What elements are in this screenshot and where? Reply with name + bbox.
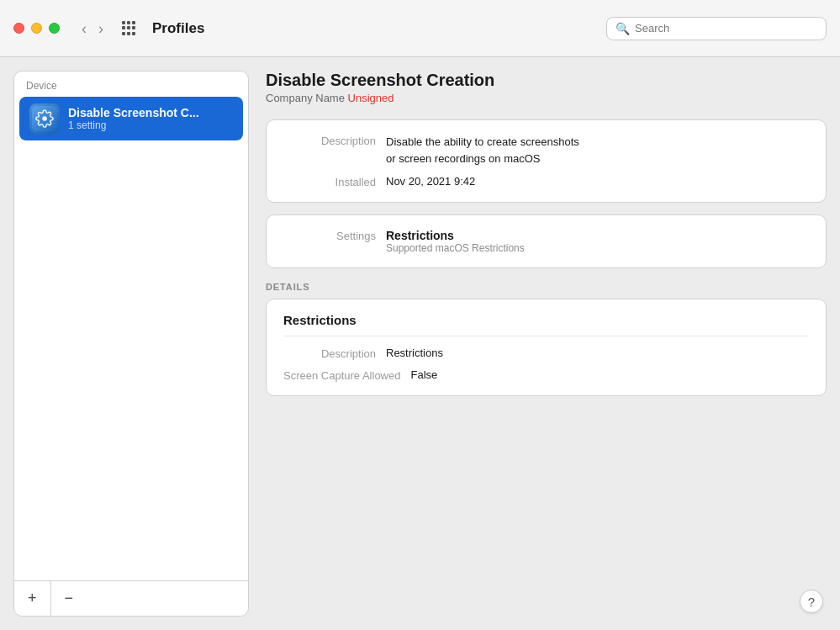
detail-panel: Disable Screenshot Creation Company Name… [249, 71, 827, 617]
details-screencapture-row: Screen Capture Allowed False [283, 368, 809, 382]
page-title: Profiles [152, 20, 596, 37]
search-icon: 🔍 [615, 22, 630, 35]
sidebar-item-name: Disable Screenshot C... [68, 106, 233, 119]
sidebar-item-text: Disable Screenshot C... 1 setting [68, 106, 233, 131]
search-box: 🔍 [606, 17, 827, 40]
back-button[interactable]: ‹ [78, 19, 90, 38]
settings-label: Settings [283, 229, 376, 242]
minimize-button[interactable] [31, 23, 42, 34]
settings-row: Settings Restrictions Supported macOS Re… [283, 229, 809, 254]
profile-icon [29, 103, 60, 134]
description-line1: Disable the ability to create screenshot… [386, 135, 579, 148]
detail-header: Disable Screenshot Creation Company Name… [266, 71, 827, 108]
titlebar: ‹ › Profiles 🔍 [0, 0, 840, 57]
nav-buttons: ‹ › [78, 19, 107, 38]
main-content: Device Disable Screenshot C... 1 setting… [0, 57, 840, 630]
sidebar: Device Disable Screenshot C... 1 setting… [13, 71, 249, 617]
close-button[interactable] [13, 23, 24, 34]
traffic-lights [13, 23, 60, 34]
details-header: DETAILS [266, 282, 827, 292]
installed-value: Nov 20, 2021 9:42 [386, 175, 809, 188]
help-button[interactable]: ? [800, 590, 823, 613]
settings-secondary: Supported macOS Restrictions [386, 242, 809, 254]
details-inner-card: Restrictions Description Restrictions Sc… [266, 299, 827, 396]
description-line2: or screen recordings on macOS [386, 152, 541, 165]
sidebar-section-label: Device [14, 71, 248, 97]
description-value: Disable the ability to create screenshot… [386, 134, 809, 167]
forward-button[interactable]: › [95, 19, 107, 38]
info-card: Description Disable the ability to creat… [266, 119, 827, 203]
add-profile-button[interactable]: + [14, 581, 50, 616]
gear-icon [32, 106, 57, 131]
company-value: Unsigned [348, 92, 394, 104]
company-label: Company Name [266, 92, 345, 104]
installed-label: Installed [283, 175, 376, 188]
details-description-label: Description [283, 347, 376, 360]
remove-profile-button[interactable]: − [51, 581, 87, 616]
search-input[interactable] [635, 22, 817, 34]
zoom-button[interactable] [49, 23, 60, 34]
settings-value-block: Restrictions Supported macOS Restriction… [386, 229, 809, 254]
sidebar-item-sub: 1 setting [68, 119, 233, 131]
installed-row: Installed Nov 20, 2021 9:42 [283, 175, 809, 188]
description-label: Description [283, 134, 376, 147]
details-description-row: Description Restrictions [283, 347, 809, 360]
settings-card: Settings Restrictions Supported macOS Re… [266, 214, 827, 268]
description-row: Description Disable the ability to creat… [283, 134, 809, 167]
detail-company: Company Name Unsigned [266, 92, 827, 104]
detail-title: Disable Screenshot Creation [266, 71, 827, 90]
sidebar-bottom: + − [14, 580, 248, 616]
details-screencapture-label: Screen Capture Allowed [283, 368, 400, 382]
details-screencapture-value: False [410, 368, 809, 381]
details-description-value: Restrictions [386, 347, 809, 359]
grid-icon[interactable] [122, 21, 137, 36]
sidebar-item-disable-screenshot[interactable]: Disable Screenshot C... 1 setting [19, 97, 243, 140]
details-card-title: Restrictions [283, 313, 809, 336]
settings-primary: Restrictions [386, 229, 809, 242]
details-section: DETAILS Restrictions Description Restric… [266, 282, 827, 396]
